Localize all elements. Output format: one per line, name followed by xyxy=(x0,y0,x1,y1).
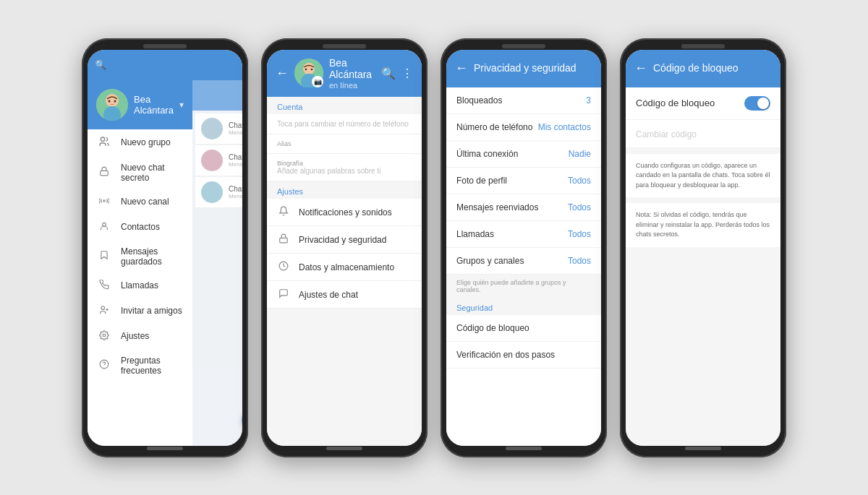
menu-label-nuevo-grupo: Nuevo grupo xyxy=(121,137,171,147)
security-section-label: Seguridad xyxy=(446,298,601,315)
svg-point-9 xyxy=(101,306,105,309)
phone-3: ← Privacidad y seguridad Bloqueados 3 Nú… xyxy=(441,38,607,457)
compose-fab[interactable]: ✏ xyxy=(242,408,242,431)
blocked-value: 3 xyxy=(586,95,591,106)
phone-label: Número de teléfono xyxy=(456,122,532,132)
section-cuenta: Cuenta xyxy=(267,97,422,114)
more-button[interactable]: ⋮ xyxy=(401,66,413,80)
groups-value: Todos xyxy=(568,256,591,266)
phone-4-screen: ← Código de bloqueo Código de bloqueo Ca… xyxy=(626,50,780,446)
menu-item-faq[interactable]: Preguntas frecuentes xyxy=(88,349,192,382)
last-seen-label: Última conexión xyxy=(456,149,518,159)
help-icon xyxy=(98,359,111,371)
phone-4: ← Código de bloqueo Código de bloqueo Ca… xyxy=(620,38,786,457)
broadcast-icon xyxy=(98,196,111,208)
sidebar-menu: Bea Alcántara ▾ Nuevo grupo xyxy=(88,80,192,446)
phone-1: 🔍 xyxy=(82,38,248,457)
privacy-phone[interactable]: Número de teléfono Mis contactos xyxy=(446,114,601,141)
phone-1-screen: 🔍 xyxy=(88,50,242,446)
bio-field[interactable]: Biografía Añade algunas palabras sobre t… xyxy=(267,154,422,181)
phones-container: 🔍 xyxy=(67,24,801,472)
phone-icon xyxy=(98,280,111,292)
toggle-knob xyxy=(757,98,769,109)
phone-field[interactable]: Toca para cambiar el número de teléfono xyxy=(267,114,422,134)
settings-notifications[interactable]: Notificaciones y sonidos xyxy=(267,199,422,226)
lock-code-label: Código de bloqueo xyxy=(636,98,715,108)
photo-label: Foto de perfil xyxy=(456,176,507,186)
back-button[interactable]: ← xyxy=(276,66,289,81)
lock-note-1: Cuando configuras un código, aparece un … xyxy=(626,154,780,198)
menu-label-canal: Nuevo canal xyxy=(121,197,169,207)
alias-label: Alias xyxy=(277,140,412,147)
search-button[interactable]: 🔍 xyxy=(381,66,396,80)
lock-icon xyxy=(98,166,111,178)
gear-icon xyxy=(98,330,111,343)
menu-item-ajustes[interactable]: Ajustes xyxy=(88,324,192,349)
invite-icon xyxy=(98,305,111,317)
bookmark-icon xyxy=(98,250,111,262)
last-seen-value: Nadie xyxy=(569,149,591,159)
settings-label-chat: Ajustes de chat xyxy=(299,290,358,300)
sidebar-arrow: ▾ xyxy=(179,100,184,110)
phone2-header: ← 📷 Bea Alcántara en línea xyxy=(267,50,422,98)
bio-label: Biografía xyxy=(277,160,412,167)
privacy-last-seen[interactable]: Última conexión Nadie xyxy=(446,141,601,168)
lock-note-text-2: Nota: Si olvidas el código, tendrás que … xyxy=(636,210,770,240)
svg-rect-20 xyxy=(280,238,288,243)
phone-value: Mis contactos xyxy=(538,122,591,132)
menu-label-secreto: Nuevo chat secreto xyxy=(121,163,182,183)
settings-data[interactable]: Datos y almacenamiento xyxy=(267,254,422,281)
profile-name: Bea Alcántara xyxy=(329,57,375,82)
privacy-calls[interactable]: Llamadas Todos xyxy=(446,221,601,248)
privacy-blocked[interactable]: Bloqueados 3 xyxy=(446,87,601,114)
two-fa-label: Verificación en dos pasos xyxy=(456,350,555,360)
lock-toggle-item[interactable]: Código de bloqueo xyxy=(626,87,780,120)
settings-label-notifications: Notificaciones y sonidos xyxy=(299,207,392,218)
calls-value: Todos xyxy=(568,229,591,239)
menu-item-guardados[interactable]: Mensajes guardados xyxy=(88,240,192,273)
back-button[interactable]: ← xyxy=(634,61,647,76)
sidebar-section: Nuevo grupo Nuevo chat secreto xyxy=(88,129,192,446)
sidebar-user-row: Bea Alcántara ▾ xyxy=(96,89,184,121)
privacy-photo[interactable]: Foto de perfil Todos xyxy=(446,168,601,194)
chat-icon xyxy=(277,288,290,301)
menu-item-secreto[interactable]: Nuevo chat secreto xyxy=(88,156,192,189)
svg-point-19 xyxy=(311,69,313,71)
forwarded-value: Todos xyxy=(568,202,591,212)
menu-item-canal[interactable]: Nuevo canal xyxy=(88,189,192,215)
menu-label-llamadas: Llamadas xyxy=(121,280,158,290)
privacy-groups[interactable]: Grupos y canales Todos xyxy=(446,248,601,275)
menu-label-ajustes: Ajustes xyxy=(121,331,149,341)
lock-toggle[interactable] xyxy=(744,96,770,111)
profile-avatar: 📷 xyxy=(294,59,323,87)
phone-2: ← 📷 Bea Alcántara en línea xyxy=(261,38,427,457)
privacy-forwarded[interactable]: Mensajes reenviados Todos xyxy=(446,194,601,221)
lock-note-text-1: Cuando configuras un código, aparece un … xyxy=(636,161,770,191)
menu-item-llamadas[interactable]: Llamadas xyxy=(88,273,192,298)
bell-icon xyxy=(277,206,290,218)
forwarded-label: Mensajes reenviados xyxy=(456,202,538,212)
menu-item-contactos[interactable]: Contactos xyxy=(88,215,192,240)
groups-note: Elige quién puede añadirte a grupos y ca… xyxy=(446,275,601,298)
back-button[interactable]: ← xyxy=(455,61,468,76)
svg-point-12 xyxy=(103,334,106,337)
contacts-icon xyxy=(98,221,111,233)
privacy-list: Bloqueados 3 Número de teléfono Mis cont… xyxy=(446,87,601,446)
alias-field[interactable]: Alias xyxy=(267,134,422,154)
change-code-field[interactable]: Cambiar código xyxy=(626,120,780,148)
svg-point-8 xyxy=(103,223,106,226)
settings-chat[interactable]: Ajustes de chat xyxy=(267,281,422,309)
lock-note-2: Nota: Si olvidas el código, tendrás que … xyxy=(626,203,780,247)
phone1-screen-body: Bea Alcántara ▾ Nuevo grupo xyxy=(88,80,242,446)
security-lock-code[interactable]: Código de bloqueo xyxy=(446,315,601,342)
menu-item-invitar[interactable]: Invitar a amigos xyxy=(88,298,192,324)
chat-item-1: Chat Mensaje... 5:47 xyxy=(195,113,242,145)
phone4-header: ← Código de bloqueo xyxy=(626,50,780,87)
menu-item-nuevo-grupo[interactable]: Nuevo grupo xyxy=(88,129,192,156)
security-2fa[interactable]: Verificación en dos pasos xyxy=(446,342,601,369)
settings-label-privacy: Privacidad y seguridad xyxy=(299,235,386,245)
settings-privacy[interactable]: Privacidad y seguridad xyxy=(267,226,422,254)
blocked-label: Bloqueados xyxy=(456,95,502,106)
menu-label-faq: Preguntas frecuentes xyxy=(121,356,182,376)
menu-label-guardados: Mensajes guardados xyxy=(121,246,182,267)
